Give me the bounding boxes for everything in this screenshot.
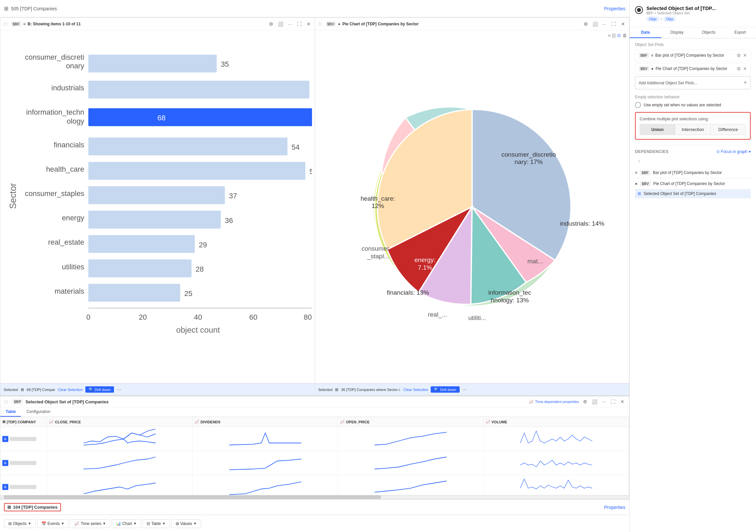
- dep-bv-icon: ●: [635, 181, 637, 186]
- combine-buttons: Union Intersection Difference: [640, 124, 746, 135]
- plot-bf-settings-icon[interactable]: ⚙: [737, 53, 741, 58]
- pie-settings-icon[interactable]: ⚙: [582, 21, 589, 27]
- pie-clear-selection[interactable]: Clear Selection: [403, 388, 428, 392]
- svg-text:health_care:: health_care:: [360, 195, 395, 202]
- pie-chart-area: » ||| ⊙ 🗑: [315, 30, 629, 383]
- pie-more-icon[interactable]: ···: [601, 21, 608, 27]
- svg-rect-16: [88, 162, 305, 180]
- svg-text:59: 59: [309, 167, 312, 176]
- svg-text:energy:: energy:: [414, 256, 435, 263]
- toolbar-events-btn[interactable]: 📅 Events ▼: [37, 519, 69, 528]
- sidebar-tab-objects[interactable]: Objects: [693, 27, 725, 38]
- tab-configuration[interactable]: Configuration: [21, 407, 55, 417]
- svg-text:financials: 13%: financials: 13%: [387, 289, 429, 296]
- table-more-icon[interactable]: ···: [600, 398, 607, 405]
- combine-difference-btn[interactable]: Difference: [711, 124, 746, 135]
- table-monitor-icon[interactable]: ⬜: [591, 398, 598, 405]
- pie-chart-actions: » ||| ⊙ 🗑: [608, 32, 627, 38]
- pie-circle-icon[interactable]: ⊙: [617, 33, 621, 38]
- svg-text:28: 28: [196, 265, 204, 273]
- bar-title: B: Showing items 1-10 of 11: [28, 22, 266, 26]
- table-row: ⊞: [0, 427, 629, 451]
- bar-monitor-icon[interactable]: ⬜: [277, 21, 284, 27]
- bottom-properties-btn[interactable]: Properties: [604, 505, 625, 510]
- empty-selection-label: Use empty set when no values are selecte…: [644, 103, 721, 107]
- add-plot-icon: +: [743, 79, 747, 86]
- svg-rect-22: [88, 211, 221, 229]
- plot-item-bv-tag: $BV: [639, 66, 649, 71]
- sidebar-header: Selected Object Set of [TDP... $BP • Sel…: [630, 0, 756, 27]
- pie-drag-handle[interactable]: ⣿⣿: [318, 22, 322, 26]
- pie-expand-icon[interactable]: ⛶: [610, 21, 617, 27]
- pie-drill-down-btn[interactable]: 🔍 Drill down: [431, 386, 459, 393]
- bar-close-icon[interactable]: ✕: [305, 21, 312, 27]
- table-title: Selected Object Set of [TDP] Companies: [25, 399, 526, 404]
- sparkline-open-3: [340, 477, 481, 495]
- pie-delete-icon[interactable]: 🗑: [622, 33, 627, 38]
- table-panel: ⣿⣿ $BP Selected Object Set of [TDP] Comp…: [0, 396, 629, 499]
- pie-close-icon[interactable]: ✕: [620, 21, 626, 27]
- combine-union-btn[interactable]: Union: [640, 124, 675, 135]
- focus-in-graph-btn[interactable]: ⊙ Focus in graph ▾: [716, 149, 751, 154]
- empty-selection-toggle[interactable]: [635, 102, 641, 108]
- cell-dividends-3: [193, 475, 338, 495]
- cell-dividends-2: [193, 451, 338, 475]
- right-sidebar: Selected Object Set of [TDP... $BP • Sel…: [629, 0, 756, 532]
- toolbar-table-btn[interactable]: ⊟ Table ▼: [142, 519, 170, 528]
- svg-text:80: 80: [304, 313, 312, 321]
- dep-bf-tag: $BF: [640, 170, 650, 175]
- bar-more-icon[interactable]: ···: [287, 21, 293, 27]
- col-dividends-label: DIVIDENDS: [201, 420, 221, 424]
- sidebar-subtitle: $BP • Selected Object Set: [646, 11, 716, 15]
- breadcrumb-item-1[interactable]: Objs: [646, 16, 659, 22]
- sidebar-tab-display[interactable]: Display: [661, 27, 693, 38]
- table-expand-icon[interactable]: ⛶: [610, 398, 616, 405]
- col-close-price-label: CLOSE_PRICE: [55, 420, 81, 424]
- pie-selected-label: Selected: [318, 388, 333, 392]
- bar-more-btn[interactable]: ···: [117, 387, 121, 393]
- breadcrumb-item-2[interactable]: Objs: [663, 16, 676, 22]
- toolbar-timeseries-btn[interactable]: 📈 Time series ▼: [70, 519, 110, 528]
- table-settings-icon[interactable]: ⚙: [582, 398, 588, 405]
- combine-intersection-btn[interactable]: Intersection: [675, 124, 711, 135]
- svg-text:29: 29: [199, 241, 207, 249]
- cell-volume-2: [484, 451, 629, 475]
- table-scrollbar[interactable]: [0, 495, 629, 499]
- svg-text:health_care: health_care: [46, 165, 84, 173]
- pie-more-btn[interactable]: ···: [462, 387, 467, 393]
- add-plot-button[interactable]: Add Additional Object Set Plots... +: [635, 76, 751, 89]
- bar-chart-header: ⣿⣿ $BF ≡ B: Showing items 1-10 of 11 ⚙ ⬜…: [0, 18, 315, 30]
- table-close-icon[interactable]: ✕: [619, 398, 626, 405]
- properties-button[interactable]: Properties: [604, 6, 625, 11]
- scroll-up-arrow[interactable]: ↑: [635, 157, 643, 165]
- svg-rect-19: [88, 186, 225, 204]
- count-label: 505 [TDP] Companies: [11, 6, 57, 11]
- tab-table[interactable]: Table: [0, 407, 21, 417]
- col-close-price: 📈 CLOSE_PRICE: [47, 417, 193, 427]
- bar-clear-selection[interactable]: Clear Selection: [58, 388, 83, 392]
- empty-selection-title: Empty selection behavior: [635, 95, 751, 99]
- svg-text:mat...: mat...: [527, 258, 543, 265]
- cell-company-3: ⊞: [0, 475, 47, 495]
- plot-bv-settings-icon[interactable]: ⚙: [737, 66, 741, 71]
- pie-bar-icon[interactable]: |||: [612, 33, 616, 38]
- pie-icon: ●: [338, 22, 340, 26]
- sidebar-tab-export[interactable]: Export: [724, 27, 756, 38]
- toolbar-values-btn[interactable]: ⊞ Values ▼: [171, 519, 201, 528]
- bar-settings-icon[interactable]: ⚙: [268, 21, 275, 27]
- bar-drag-handle[interactable]: ⣿⣿: [3, 22, 8, 26]
- cell-company-2: ⊞: [0, 451, 47, 475]
- table-label: Table: [151, 521, 161, 526]
- toolbar-objects-btn[interactable]: ⊞ Objects ▼: [4, 519, 36, 528]
- sidebar-tab-data[interactable]: Data: [630, 27, 661, 38]
- toolbar-chart-btn[interactable]: 📊 Chart ▼: [112, 519, 141, 528]
- svg-text:68: 68: [157, 114, 165, 122]
- plot-bf-close-icon[interactable]: ✕: [743, 53, 747, 58]
- bar-drill-down-btn[interactable]: 🔍 Drill down: [85, 386, 114, 393]
- table-drag-handle[interactable]: ⣿⣿: [4, 400, 8, 404]
- pie-monitor-icon[interactable]: ⬜: [592, 21, 598, 27]
- bar-expand-icon[interactable]: ⛶: [296, 21, 303, 27]
- plot-bv-close-icon[interactable]: ✕: [743, 66, 747, 71]
- table-row: ⊞: [0, 475, 629, 495]
- pie-arrow-icon[interactable]: »: [608, 32, 611, 38]
